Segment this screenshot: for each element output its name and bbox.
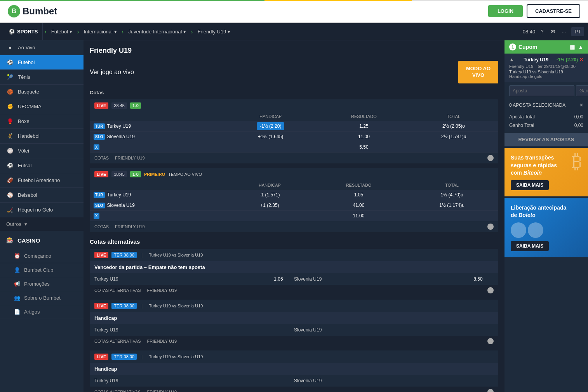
sidebar-casino[interactable]: 🎰 CASINO bbox=[0, 231, 84, 249]
tempo-badge: TEMPO AO VIVO bbox=[168, 172, 202, 177]
hoquei-icon: 🏒 bbox=[6, 207, 14, 213]
alt-header-1: LIVE TER 08:00 | Turkey U19 vs Slovenia … bbox=[90, 249, 498, 261]
sidebar-item-volei[interactable]: 🏐 Vôlei bbox=[0, 144, 84, 158]
sidebar-item-futsal[interactable]: ⚽ Futsal bbox=[0, 158, 84, 173]
alt-footer-friendly-1[interactable]: FRIENDLY U19 bbox=[147, 288, 177, 293]
sidebar-item-futebol-americano[interactable]: 🏈 Futebol Americano bbox=[0, 173, 84, 188]
sidebar-item-ufc[interactable]: ✊ UFC/MMA bbox=[0, 99, 84, 114]
volei-icon: 🏐 bbox=[6, 148, 14, 154]
footer-friendly-2[interactable]: FRIENDLY U19 bbox=[115, 224, 145, 229]
comecando-label: Começando bbox=[24, 253, 51, 259]
alt-ter-badge-2: TER 08:00 bbox=[111, 303, 137, 309]
sidebar-casino-promocoes[interactable]: 📢 Promoções bbox=[0, 277, 84, 291]
odds-card-2-header: LIVE 38:45 1-0 PRIMEIRO TEMPO AO VIVO bbox=[90, 168, 498, 180]
table-row: X 11.00 bbox=[90, 210, 498, 221]
promocoes-label: Promoções bbox=[24, 281, 50, 287]
sidebar-outros[interactable]: Outros ▾ bbox=[0, 217, 84, 231]
alt-title-3: Handicap bbox=[90, 363, 498, 375]
breadcrumb-friendly[interactable]: Friendly U19 ▾ bbox=[195, 27, 234, 36]
more-icon[interactable]: ··· bbox=[560, 27, 568, 36]
bitcoin-saiba-mais-button[interactable]: SAIBA MAIS bbox=[511, 180, 549, 190]
footer-friendly-1[interactable]: FRIENDLY U19 bbox=[115, 156, 145, 160]
logo-icon: B bbox=[8, 5, 20, 17]
collapse-icon[interactable]: ▲ bbox=[578, 44, 583, 50]
cadastre-button[interactable]: CADASTRE-SE bbox=[527, 4, 580, 18]
main-content: Friendly U19 Ver jogo ao vivo MODO AO VI… bbox=[84, 40, 504, 392]
revisar-apostas-button[interactable]: REVISAR AS APOSTAS bbox=[504, 133, 588, 146]
sidebar-item-handebol[interactable]: 🤾 Handebol bbox=[0, 129, 84, 144]
score-badge-1: 1-0 bbox=[130, 102, 141, 109]
alt-footer-cotas-2[interactable]: COTAS ALTERNATIVAS bbox=[94, 339, 141, 343]
sidebar-item-boxe[interactable]: 🥊 Boxe bbox=[0, 114, 84, 129]
ganho-input[interactable] bbox=[576, 85, 588, 96]
alt-footer-friendly-3[interactable]: FRIENDLY U19 bbox=[147, 390, 177, 392]
sidebar-casino-bumbet-club[interactable]: 👤 Bumbet Club bbox=[0, 263, 84, 277]
sidebar-casino-sobre[interactable]: 👥 Sobre o Bumbet bbox=[0, 291, 84, 305]
sidebar-item-beisebol[interactable]: ⚾ Beisebol bbox=[0, 188, 84, 203]
help-icon[interactable]: ? bbox=[539, 27, 545, 36]
alt-team1-name-1[interactable]: Turkey U19 bbox=[94, 276, 263, 282]
alt-odd2-1[interactable]: 8.50 bbox=[463, 276, 494, 282]
sidebar-item-tenis[interactable]: 🎾 Tênis bbox=[0, 70, 84, 85]
alt-footer-cotas-3[interactable]: COTAS ALTERNATIVAS bbox=[94, 390, 141, 392]
ganho-total-value: 0,00 bbox=[574, 123, 583, 128]
mail-icon[interactable]: ✉ bbox=[549, 27, 557, 36]
alt-title-2: Handicap bbox=[90, 312, 498, 324]
team-code-x2: X bbox=[94, 213, 99, 219]
footer-links-2: COTAS FRIENDLY U19 bbox=[94, 224, 145, 229]
th-team-1 bbox=[90, 112, 223, 121]
aposta-total-row: Aposta Total 0,00 bbox=[509, 113, 583, 121]
th-resultado-1: RESULTADO bbox=[319, 112, 409, 121]
boleto-saiba-mais-button[interactable]: SAIBA MAIS bbox=[511, 241, 549, 251]
cupom-bet-match: Friendly U19 ter 29/01/19@08:00 bbox=[509, 64, 583, 69]
sidebar-casino-comecando[interactable]: ⏰ Começando bbox=[0, 249, 84, 263]
boxe-icon: 🥊 bbox=[6, 118, 14, 124]
odds-table-2: HANDICAP RESULTADO TOTAL TURTurkey U19 -… bbox=[90, 180, 498, 221]
modo-ao-vivo-button[interactable]: MODO AO VIVO bbox=[458, 61, 498, 83]
table-row: SLOSlovenia U19 +1 (2.35) 41.00 1½ (1.17… bbox=[90, 200, 498, 210]
juventude-label: Juventude Internacional bbox=[128, 29, 182, 35]
alt-match-label-3: Turkey U19 vs Slovenia U19 bbox=[149, 354, 203, 359]
alt-team1-name-2: Turkey U19 bbox=[94, 327, 263, 333]
sidebar-item-basquete[interactable]: 🏀 Basquete bbox=[0, 85, 84, 99]
nav-sports[interactable]: ⚽ SPORTS bbox=[4, 23, 43, 40]
close-selecionada-icon[interactable]: ✕ bbox=[579, 102, 583, 108]
sidebar-item-ao-vivo[interactable]: ● Ao Vivo bbox=[0, 40, 84, 55]
sidebar-item-hoquei[interactable]: 🏒 Hóquei no Gelo bbox=[0, 203, 84, 217]
grid-icon[interactable]: ▦ bbox=[570, 44, 575, 50]
login-button[interactable]: LOGIN bbox=[488, 5, 523, 17]
beisebol-label: Beisebol bbox=[18, 192, 37, 198]
bumbet-club-icon: 👤 bbox=[14, 267, 20, 273]
internacional-label: Internacional bbox=[84, 29, 113, 35]
aposta-input[interactable] bbox=[509, 85, 574, 96]
alt-footer-cotas-1[interactable]: COTAS ALTERNATIVAS bbox=[94, 288, 141, 293]
breadcrumb-internacional[interactable]: Internacional ▾ bbox=[81, 27, 120, 36]
cotas-label: Cotas bbox=[90, 90, 498, 95]
soccer-ball-icon-alt1 bbox=[487, 287, 494, 293]
sidebar-item-futebol[interactable]: ⚽ Futebol bbox=[0, 55, 84, 70]
alt-odd1-1[interactable]: 1.05 bbox=[263, 276, 294, 282]
sports-icon: ⚽ bbox=[9, 29, 15, 35]
ad-bitcoin-banner: Suas transaçõesseguras e rápidascom Bitc… bbox=[504, 148, 588, 196]
breadcrumb-futebol[interactable]: Futebol ▾ bbox=[48, 27, 75, 36]
cupom-header-right: ▦ ▲ bbox=[570, 44, 583, 50]
highlighted-odd-1[interactable]: -1½ (2.20) bbox=[257, 122, 284, 130]
artigos-label: Artigos bbox=[24, 309, 40, 315]
sidebar-casino-artigos[interactable]: 📄 Artigos bbox=[0, 305, 84, 319]
breadcrumb-juventude[interactable]: Juventude Internacional ▾ bbox=[125, 27, 189, 36]
team-code-slo2: SLO bbox=[94, 203, 105, 208]
soccer-ball-icon-alt3 bbox=[487, 389, 494, 392]
hoquei-label: Hóquei no Gelo bbox=[18, 207, 53, 213]
footer-cotas-2[interactable]: COTAS bbox=[94, 224, 109, 229]
odds-card-1-header: LIVE 38:45 1-0 bbox=[90, 99, 498, 112]
lang-selector[interactable]: PT bbox=[571, 27, 584, 36]
alt-team2-name-3: Slovenia U19 bbox=[294, 378, 463, 383]
footer-cotas-1[interactable]: COTAS bbox=[94, 156, 109, 160]
ao-vivo-label: Ao Vivo bbox=[18, 45, 35, 50]
alt-team2-name-1[interactable]: Slovenia U19 bbox=[294, 276, 463, 282]
chevron-down-icon: ▾ bbox=[24, 221, 27, 227]
breadcrumb-arrow: › bbox=[44, 28, 46, 35]
remove-bet-icon[interactable]: ✕ bbox=[579, 57, 583, 62]
alt-footer-friendly-2[interactable]: FRIENDLY U19 bbox=[147, 339, 177, 343]
casino-label: CASINO bbox=[17, 237, 40, 244]
